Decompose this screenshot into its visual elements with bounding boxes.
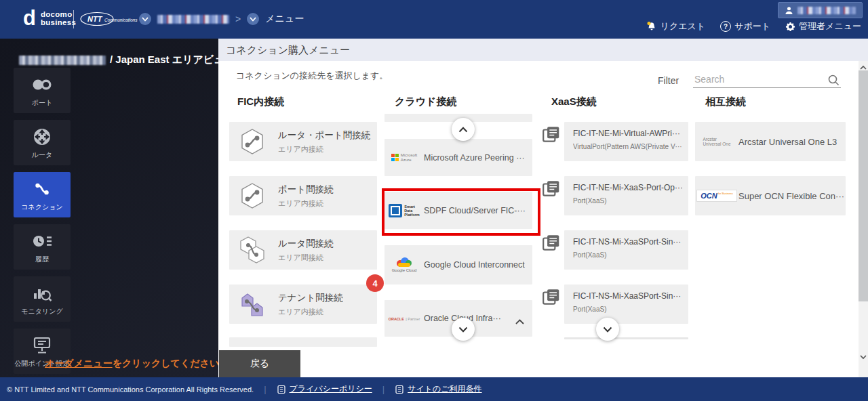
- card-title: ルータ間接続: [278, 238, 334, 250]
- user-account-badge[interactable]: [778, 2, 863, 18]
- user-icon: [785, 6, 793, 15]
- document-icon: [395, 385, 404, 394]
- google-cloud-logo: Google Cloud: [384, 257, 424, 272]
- ntt-communications-logo: NTT Communications: [80, 11, 142, 30]
- sidebar-item-connection[interactable]: コネクション: [14, 172, 71, 217]
- scrollbar-down-caret[interactable]: [859, 351, 867, 363]
- sidebar-item-monitoring[interactable]: モニタリング: [14, 276, 71, 322]
- nav-support[interactable]: ? サポート: [720, 20, 770, 33]
- card-azure-peering[interactable]: MicrosoftAzure Microsoft Azure Peering ·…: [384, 139, 532, 176]
- menu-chevron-icon[interactable]: [247, 13, 259, 25]
- column-heading-xaas: XaaS接続: [551, 96, 597, 108]
- sidebar-item-label: ポート: [14, 98, 71, 108]
- scroll-up-button[interactable]: [452, 118, 475, 141]
- sidebar-item-history[interactable]: 履歴: [14, 224, 71, 270]
- search-input[interactable]: [693, 71, 841, 88]
- sidebar-title: / Japan East エリアビュー: [19, 54, 234, 66]
- tenant-connection-icon: [237, 289, 267, 322]
- column-heading-cloud: クラウド接続: [395, 96, 456, 108]
- card-subtitle: Port(XaaS): [573, 305, 686, 313]
- public-point-icon: [14, 335, 71, 356]
- card-subtitle: エリア内接続: [278, 144, 323, 154]
- card-title: ポート間接続: [278, 184, 334, 196]
- card-title: FIC-IT-NE-Mi-Virtual-AWPri···: [573, 129, 686, 138]
- privacy-policy-link[interactable]: プライバシーポリシー: [277, 383, 372, 395]
- nav-admin-label: 管理者メニュー: [799, 20, 861, 33]
- card-router-port-connection[interactable]: ルータ・ポート間接続 エリア内接続: [229, 122, 377, 161]
- card-router-connection[interactable]: ルータ間接続 エリア間接続: [229, 230, 377, 270]
- column-heading-fic: FIC内接続: [237, 96, 284, 108]
- order-menu-hint-link: オーダメニュー: [45, 358, 113, 368]
- card-port-connection[interactable]: ポート間接続 エリア内接続: [229, 176, 377, 215]
- sidebar-item-port[interactable]: ポート: [14, 68, 71, 113]
- card-subtitle: Port(XaaS): [573, 251, 686, 259]
- terms-label: サイトのご利用条件: [408, 383, 481, 395]
- sidebar-item-label: モニタリング: [14, 307, 71, 316]
- sidebar-title-suffix: / Japan East エリアビュー: [110, 54, 234, 66]
- nav-admin-menu[interactable]: 管理者メニュー: [785, 20, 861, 33]
- card-title: FIC-IT-NE-Mi-XaaS-Port-Op···: [573, 183, 686, 192]
- docomo-d-icon: d: [23, 7, 36, 28]
- card-partial: [564, 337, 688, 339]
- sdpf-logo: SmartDataPlatform: [384, 204, 424, 217]
- oracle-logo: ORACLE | Partner: [384, 316, 424, 322]
- sidebar-item-router[interactable]: ルータ: [14, 120, 71, 165]
- scroll-down-button-xaas[interactable]: [596, 318, 619, 341]
- hexagon-connection-icon: [237, 181, 267, 213]
- document-stack-icon: [541, 179, 561, 202]
- card-google-cloud[interactable]: Google Cloud Google Cloud Interconnect: [384, 245, 532, 284]
- card-title: ルータ・ポート間接続: [278, 129, 370, 142]
- svg-text:Communications: Communications: [104, 18, 138, 22]
- app-root: d docomo business NTT Communications > メ…: [0, 0, 868, 401]
- collapse-caret-icon[interactable]: [515, 315, 524, 327]
- modal-description: コネクションの接続先を選択します。: [236, 70, 388, 82]
- port-icon: [14, 75, 71, 95]
- modal-title: コネクション購入メニュー: [218, 39, 868, 61]
- bell-icon: [646, 21, 657, 32]
- card-super-ocn[interactable]: OCNfor Business Super OCN Flexible Con··…: [695, 176, 846, 215]
- card-xaas-port-open[interactable]: FIC-IT-NE-Mi-XaaS-Port-Op··· Port(XaaS): [564, 176, 688, 215]
- breadcrumb-separator: >: [235, 14, 241, 24]
- back-button[interactable]: 戻る: [219, 350, 300, 377]
- nav-request[interactable]: リクエスト: [646, 20, 706, 33]
- ocn-logo: OCNfor Business: [695, 190, 738, 202]
- connection-purchase-modal: コネクション購入メニュー コネクションの接続先を選択します。 Filter FI…: [218, 39, 868, 377]
- redacted-tenant-name[interactable]: [157, 15, 229, 24]
- card-title: FIC-IT-NS-Mi-XaaSPort-Sin···: [573, 237, 686, 247]
- gear-icon: [785, 22, 795, 32]
- card-title: Microsoft Azure Peering ···: [424, 153, 525, 163]
- card-title: Arcstar Universal One L3: [738, 137, 837, 147]
- card-title: SDPF Cloud/Server FIC-···: [424, 206, 526, 215]
- card-xaas-port-single-2[interactable]: FIC-IT-NS-Mi-XaaSPort-Sin··· Port(XaaS): [564, 284, 688, 324]
- scroll-down-button-cloud[interactable]: [452, 318, 475, 341]
- order-menu-hint-rest: をクリックしてください: [113, 358, 220, 368]
- sidebar-item-label: 履歴: [14, 255, 71, 264]
- footer-divider: |: [382, 384, 384, 394]
- card-arcstar-l3[interactable]: ArcstarUniversal One Arcstar Universal O…: [695, 122, 846, 161]
- card-sdpf-cloud[interactable]: SmartDataPlatform SDPF Cloud/Server FIC-…: [384, 192, 532, 229]
- card-partial: [229, 337, 377, 347]
- tenant-chevron-icon[interactable]: [139, 13, 151, 25]
- breadcrumb: > メニュー: [139, 13, 304, 25]
- arcstar-logo: ArcstarUniversal One: [695, 137, 738, 147]
- order-menu-hint: オーダメニューをクリックしてください: [45, 358, 219, 370]
- filter-label: Filter: [658, 75, 679, 86]
- card-title: テナント間接続: [278, 292, 343, 304]
- modal-scrollbar[interactable]: [859, 61, 868, 379]
- terms-link[interactable]: サイトのご利用条件: [395, 383, 481, 395]
- search-icon[interactable]: [827, 74, 840, 89]
- monitoring-icon: [14, 283, 71, 303]
- card-xaas-aws[interactable]: FIC-IT-NE-Mi-Virtual-AWPri··· VirtualPor…: [564, 122, 688, 161]
- breadcrumb-menu[interactable]: メニュー: [265, 13, 304, 25]
- card-subtitle: エリア間接続: [278, 253, 323, 263]
- sidebar-item-label: コネクション: [14, 203, 71, 212]
- hexagon-connection-icon: [237, 127, 267, 159]
- page-footer: © NTT Limited and NTT Communications Cor…: [0, 377, 868, 401]
- card-xaas-port-single-1[interactable]: FIC-IT-NS-Mi-XaaSPort-Sin··· Port(XaaS): [564, 230, 688, 270]
- help-icon: ?: [720, 21, 731, 32]
- card-subtitle: エリア内接続: [278, 307, 323, 317]
- card-tenant-connection[interactable]: テナント間接続 エリア内接続: [229, 284, 377, 324]
- scrollbar-thumb[interactable]: [859, 70, 868, 301]
- docomo-logo-line2: business: [41, 18, 76, 26]
- svg-text:NTT: NTT: [87, 15, 103, 23]
